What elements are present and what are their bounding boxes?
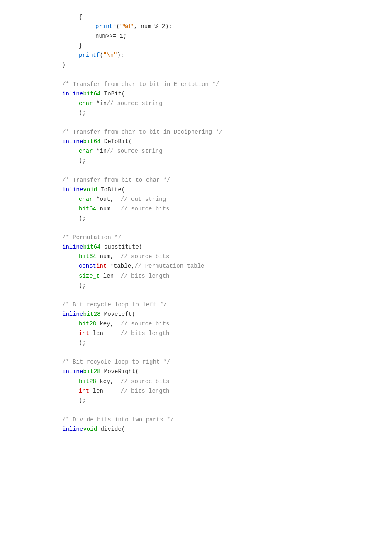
- code-line: bit28 key, // source bits: [54, 377, 338, 386]
- code-line: inlinebit64 substitute(: [54, 242, 338, 252]
- code-line: /* Transfer from char to bit in Encrtpti…: [54, 80, 338, 89]
- token-normal: DeToBit(: [100, 138, 132, 145]
- code-line: char *in// source string: [54, 99, 338, 108]
- token-normal: len: [89, 330, 121, 337]
- token-normal: *in: [93, 100, 107, 107]
- token-kw-int: int: [79, 330, 89, 337]
- token-comment: // source bits: [121, 378, 170, 385]
- token-normal: num: [96, 205, 121, 212]
- code-line: char *in// source string: [54, 147, 338, 156]
- token-normal: MoveRight(: [100, 368, 139, 375]
- token-normal: );: [117, 52, 124, 59]
- token-punct: {: [79, 14, 82, 20]
- token-normal: );: [79, 157, 86, 164]
- code-line: inlinebit28 MoveRight(: [54, 367, 338, 377]
- token-comment: // bits length: [121, 330, 170, 337]
- code-line: [54, 166, 338, 176]
- code-line: [54, 223, 338, 233]
- token-string-val: "%d": [120, 23, 134, 30]
- code-line: inlinebit64 DeToBit(: [54, 137, 338, 147]
- token-kw-inline: inline: [62, 90, 83, 97]
- code-line: /* Bit recycle loop to right */: [54, 357, 338, 367]
- token-fn-call: printf: [95, 23, 116, 30]
- token-kw-inline: inline: [62, 186, 83, 193]
- token-comment: /* Bit recycle loop to left */: [62, 301, 167, 308]
- code-line: printf("%d", num % 2);: [54, 22, 338, 32]
- token-comment: // bits length: [121, 273, 170, 279]
- code-line: char *out, // out string: [54, 195, 338, 204]
- code-line: }: [54, 41, 338, 51]
- token-kw-inline: inline: [62, 244, 83, 250]
- token-kw-type2: void: [83, 186, 97, 193]
- token-comment: /* Transfer from bit to char */: [62, 177, 170, 183]
- token-normal: key,: [96, 320, 121, 327]
- code-line: );: [54, 396, 338, 406]
- token-normal: *table,: [107, 263, 134, 269]
- code-line: [54, 291, 338, 300]
- token-normal: num>>= 1;: [95, 33, 127, 39]
- token-normal: ToBite(: [97, 186, 125, 193]
- token-comment: // out string: [121, 196, 166, 203]
- token-normal: divide(: [97, 426, 125, 433]
- code-line: );: [54, 338, 338, 348]
- code-line: inlinevoid ToBite(: [54, 185, 338, 195]
- code-line: }: [54, 60, 338, 70]
- code-line: bit64 num, // source bits: [54, 252, 338, 262]
- token-normal: );: [79, 397, 86, 404]
- token-kw-type: bit64: [79, 253, 96, 260]
- token-kw-inline: inline: [62, 311, 83, 318]
- code-line: size_t len // bits length: [54, 271, 338, 281]
- token-normal: );: [79, 282, 86, 289]
- token-kw-const: const: [79, 263, 96, 269]
- token-comment: // source string: [107, 148, 162, 154]
- token-normal: ToBit(: [100, 90, 125, 97]
- token-punct: }: [62, 61, 66, 68]
- code-line: printf("\n");: [54, 51, 338, 60]
- token-comment: /* Permutation */: [62, 234, 122, 241]
- code-line: );: [54, 156, 338, 166]
- token-normal: , num % 2);: [134, 23, 172, 30]
- token-normal: len: [100, 273, 120, 279]
- code-line: inlinebit28 MoveLeft(: [54, 310, 338, 319]
- token-kw-inline: inline: [62, 138, 83, 145]
- code-line: constint *table,// Permutation table: [54, 262, 338, 271]
- token-comment: // source bits: [121, 253, 170, 260]
- token-normal: num,: [96, 253, 121, 260]
- code-line: );: [54, 281, 338, 291]
- token-normal: len: [89, 388, 121, 394]
- token-kw-type2: void: [83, 426, 97, 433]
- token-comment: // Permutation table: [134, 263, 204, 269]
- token-kw-type: bit64: [83, 244, 100, 250]
- code-line: inlinevoid divide(: [54, 425, 338, 434]
- token-punct: (: [100, 52, 103, 59]
- code-line: /* Bit recycle loop to left */: [54, 300, 338, 310]
- token-kw-int: int: [79, 388, 89, 394]
- token-kw-int: int: [96, 263, 107, 269]
- token-comment: /* Transfer from char to bit in Decipher…: [62, 129, 222, 135]
- token-kw-type: bit64: [83, 90, 100, 97]
- token-punct: }: [79, 42, 82, 49]
- code-line: int len // bits length: [54, 329, 338, 338]
- token-kw-char: char: [79, 100, 93, 107]
- code-line: [54, 118, 338, 127]
- code-line: [54, 406, 338, 415]
- token-normal: );: [79, 215, 86, 222]
- token-comment: // source bits: [121, 320, 170, 327]
- code-line: /* Transfer from bit to char */: [54, 176, 338, 185]
- token-kw-type: bit28: [83, 368, 100, 375]
- code-line: [54, 70, 338, 80]
- code-container: {printf("%d", num % 2);num>>= 1;}printf(…: [0, 0, 392, 555]
- token-kw-type: bit64: [79, 205, 96, 212]
- code-line: inlinebit64 ToBit(: [54, 89, 338, 99]
- code-line: num>>= 1;: [54, 32, 338, 41]
- token-comment: // source bits: [121, 205, 170, 212]
- token-comment: /* Transfer from char to bit in Encrtpti…: [62, 81, 219, 88]
- token-comment: // source string: [107, 100, 162, 107]
- token-kw-type: bit64: [83, 138, 100, 145]
- token-string-val: "\n": [103, 52, 117, 59]
- token-normal: );: [79, 110, 86, 116]
- token-normal: substitute(: [100, 244, 142, 250]
- token-kw-inline: inline: [62, 426, 83, 433]
- token-comment: // bits length: [121, 388, 170, 394]
- token-kw-char: char: [79, 196, 93, 203]
